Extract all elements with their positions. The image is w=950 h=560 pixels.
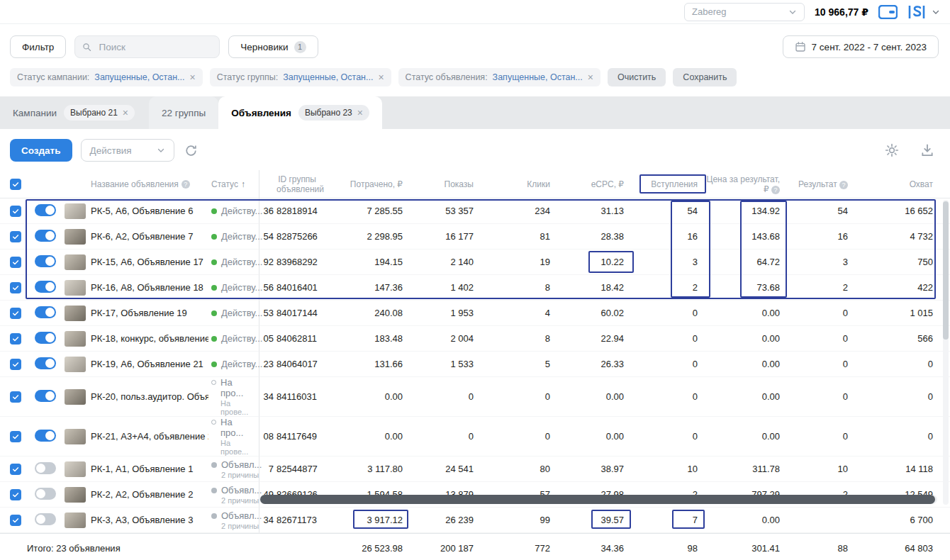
ad-name-link[interactable]: РК-20, польз.аудитор. Объявл... (91, 391, 208, 402)
filter-chip-group-status[interactable]: Статус группы: Запущенные, Остан... × (210, 68, 391, 86)
wallet-button[interactable] (878, 5, 898, 19)
ad-name-link[interactable]: РК-21, А3+А4, объявление 22 (91, 431, 208, 442)
cell-shows: 26 239 (411, 508, 482, 533)
column-clicks[interactable]: Клики (482, 170, 559, 198)
ad-toggle[interactable] (35, 513, 56, 525)
column-shows[interactable]: Показы (411, 170, 482, 198)
chip-label: Статус кампании: (17, 72, 89, 82)
export-button[interactable] (919, 142, 936, 159)
filter-button[interactable]: Фильтр (10, 35, 66, 58)
horizontal-scrollbar-thumb[interactable] (260, 495, 935, 504)
ad-toggle[interactable] (35, 390, 56, 402)
column-ecpc[interactable]: eCPC, ₽ (559, 170, 632, 198)
vertical-scrollbar-thumb[interactable] (943, 201, 949, 340)
selected-count-badge[interactable]: Выбрано 21 × (64, 105, 135, 121)
tab-ads[interactable]: Объявления Выбрано 23 × (218, 96, 382, 129)
cell-reach: 566 (856, 326, 950, 352)
cell-ecpc: 10.22 (559, 250, 632, 275)
info-icon[interactable]: ? (771, 186, 780, 194)
row-checkbox[interactable] (10, 431, 21, 442)
create-button[interactable]: Создать (10, 139, 72, 162)
ad-toggle[interactable] (35, 306, 56, 318)
column-status[interactable]: Статус↑ (211, 170, 259, 198)
ad-name-link[interactable]: РК-1, А1, Объявление 1 (91, 464, 208, 474)
sort-asc-icon[interactable]: ↑ (241, 179, 245, 189)
refresh-button[interactable] (183, 142, 199, 159)
horizontal-scrollbar[interactable] (259, 495, 937, 504)
cell-thumb (60, 482, 91, 508)
ad-name-link[interactable]: РК-2, А2, Объявление 2 (91, 489, 208, 500)
vertical-scrollbar[interactable] (943, 200, 949, 505)
ad-name-link[interactable]: РК-3, А3, Объявление 3 (91, 515, 208, 525)
search-box[interactable] (74, 35, 220, 58)
column-reach[interactable]: Охват (856, 170, 950, 198)
cell-ecpc: 60.02 (559, 301, 632, 326)
save-filters-button[interactable]: Сохранить (673, 68, 737, 86)
search-input[interactable] (98, 41, 213, 53)
row-checkbox[interactable] (10, 333, 21, 345)
selected-count-badge[interactable]: Выбрано 23 × (298, 105, 369, 121)
filter-chip-ad-status[interactable]: Статус объявления: Запущенные, Остан... … (398, 68, 600, 86)
filter-bar: Фильтр Черновики 1 7 сент. 2022 - 7 сент… (0, 24, 950, 58)
row-checkbox[interactable] (10, 464, 21, 475)
app-switcher[interactable] (907, 4, 940, 20)
close-icon[interactable]: × (189, 72, 195, 82)
ad-name-link[interactable]: РК-17, Объявление 19 (91, 308, 208, 318)
ad-toggle[interactable] (35, 281, 56, 293)
account-select[interactable]: Zabereg (684, 3, 805, 21)
column-group-id[interactable]: ID группы объявлений (276, 170, 326, 198)
chip-label: Статус группы: (217, 72, 279, 82)
info-icon[interactable]: ? (839, 181, 848, 189)
cell-toggle (31, 352, 60, 377)
row-checkbox[interactable] (10, 391, 21, 403)
row-checkbox[interactable] (10, 231, 21, 242)
row-checkbox[interactable] (10, 308, 21, 319)
row-checkbox[interactable] (10, 359, 21, 370)
status-dot (211, 488, 217, 493)
row-checkbox[interactable] (10, 515, 21, 526)
cell-spent: 240.08 (326, 301, 411, 326)
settings-button[interactable] (883, 142, 900, 159)
row-checkbox[interactable] (10, 257, 21, 268)
cell-toggle (31, 377, 60, 417)
ad-name-link[interactable]: РК-18, конкурс, объявление 20 (91, 333, 208, 344)
column-cost-per-result[interactable]: Цена за результат, ₽ ? (706, 170, 788, 198)
close-icon[interactable]: × (123, 108, 128, 118)
cell-checkbox (0, 301, 31, 326)
ad-toggle[interactable] (35, 332, 56, 344)
tab-campaigns[interactable]: Кампании Выбрано 21 × (0, 96, 147, 129)
ad-toggle[interactable] (35, 230, 56, 242)
row-checkbox[interactable] (10, 489, 21, 500)
cell-clicks: 5 (482, 352, 559, 377)
ad-toggle[interactable] (35, 430, 56, 442)
column-result[interactable]: Результат ? (788, 170, 856, 198)
info-icon[interactable]: ? (181, 180, 190, 189)
close-icon[interactable]: × (588, 72, 593, 82)
ad-toggle[interactable] (35, 488, 56, 500)
ad-toggle[interactable] (35, 357, 56, 369)
select-all-checkbox[interactable] (10, 179, 21, 190)
date-range-button[interactable]: 7 сент. 2022 - 7 сент. 2023 (783, 35, 939, 58)
column-spent[interactable]: Потрачено, ₽ (326, 170, 411, 198)
row-checkbox[interactable] (10, 282, 21, 293)
ad-toggle[interactable] (35, 462, 56, 474)
close-icon[interactable]: × (357, 108, 363, 118)
close-icon[interactable]: × (378, 72, 384, 82)
column-name[interactable]: Название объявления? (91, 170, 211, 198)
filter-chip-campaign-status[interactable]: Статус кампании: Запущенные, Остан... × (10, 68, 203, 86)
cell-thumb (60, 377, 91, 417)
drafts-button[interactable]: Черновики 1 (228, 35, 318, 58)
ad-name-link[interactable]: РК-15, А6, Объявление 17 (91, 257, 208, 267)
tab-groups[interactable]: 22 группы (149, 96, 218, 129)
column-joins[interactable]: Вступления (632, 170, 706, 198)
ad-toggle[interactable] (35, 204, 56, 216)
ad-toggle[interactable] (35, 255, 56, 267)
ad-name-link[interactable]: РК-16, А8, Объявление 18 (91, 282, 208, 293)
cell-cost-per-result: 0.00 (706, 326, 788, 352)
clear-filters-button[interactable]: Очистить (608, 68, 666, 86)
ad-name-link[interactable]: РК-6, А2, Объявление 7 (91, 231, 208, 242)
actions-dropdown[interactable]: Действия (81, 139, 174, 162)
ad-name-link[interactable]: РК-5, А6, Объявление 6 (91, 206, 208, 216)
row-checkbox[interactable] (10, 206, 21, 217)
ad-name-link[interactable]: РК-19, А6, Объявление 21 (91, 359, 208, 369)
